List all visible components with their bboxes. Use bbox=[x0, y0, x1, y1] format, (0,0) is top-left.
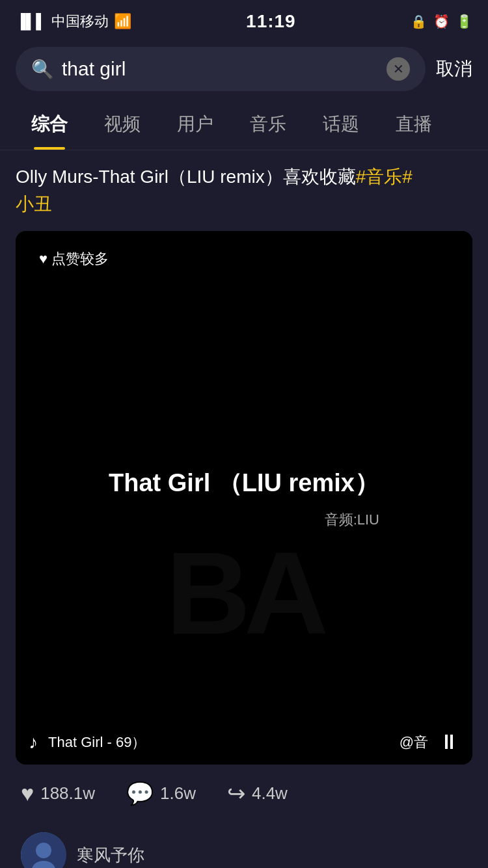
status-bar: ▐▌▌ 中国移动 📶 11:19 🔒 ⏰ 🔋 bbox=[0, 0, 488, 39]
video-card[interactable]: BA ♥ 点赞较多 That Girl （LIU remix） 音频:LIU ♪… bbox=[16, 231, 472, 765]
hot-badge: ♥ 点赞较多 bbox=[29, 244, 119, 274]
lock-icon: 🔒 bbox=[411, 14, 427, 29]
video-title-overlay: That Girl （LIU remix） 音频:LIU bbox=[109, 467, 379, 530]
clear-icon: ✕ bbox=[393, 61, 404, 77]
search-bar: 🔍 that girl ✕ 取消 bbox=[0, 39, 488, 99]
user-name: 寒风予你 bbox=[77, 844, 144, 867]
video-main-title: That Girl （LIU remix） bbox=[109, 467, 379, 500]
comment-icon: 💬 bbox=[126, 780, 154, 806]
share-icon: ↪ bbox=[227, 780, 245, 806]
video-audio-credit: 音频:LIU bbox=[109, 510, 379, 530]
search-icon: 🔍 bbox=[31, 59, 54, 80]
tab-live[interactable]: 直播 bbox=[377, 99, 450, 150]
user-row[interactable]: 寒风予你 bbox=[16, 822, 472, 868]
tab-bar: 综合 视频 用户 音乐 话题 直播 bbox=[0, 99, 488, 150]
user-avatar bbox=[21, 832, 66, 868]
result-hashtag1: #音乐# bbox=[356, 167, 413, 187]
battery-icon: 🔋 bbox=[456, 14, 472, 29]
tab-comprehensive[interactable]: 综合 bbox=[13, 99, 86, 150]
share-count[interactable]: ↪ 4.4w bbox=[227, 780, 288, 806]
video-track-text: That Girl - 69） bbox=[48, 733, 389, 752]
like-icon: ♥ bbox=[21, 781, 34, 806]
tab-user[interactable]: 用户 bbox=[159, 99, 232, 150]
alarm-icon: ⏰ bbox=[433, 14, 450, 29]
video-thumbnail: BA ♥ 点赞较多 That Girl （LIU remix） 音频:LIU ♪… bbox=[16, 231, 472, 765]
video-bottom-bar: ♪ That Girl - 69） @音 ⏸ bbox=[16, 720, 472, 765]
heart-icon: ♥ bbox=[39, 251, 47, 267]
tiktok-logo-icon: ♪ bbox=[29, 732, 38, 753]
signal-icon: ▐▌▌ bbox=[16, 13, 46, 30]
pause-icon[interactable]: ⏸ bbox=[439, 730, 459, 754]
svg-point-1 bbox=[36, 843, 51, 858]
comment-number: 1.6w bbox=[160, 783, 196, 804]
tab-topic[interactable]: 话题 bbox=[305, 99, 377, 150]
search-results: Olly Murs-That Girl（LIU remix）喜欢收藏#音乐# 小… bbox=[0, 150, 488, 868]
status-right: 🔒 ⏰ 🔋 bbox=[411, 14, 472, 29]
cancel-button[interactable]: 取消 bbox=[436, 57, 472, 81]
result-title-text: Olly Murs-That Girl（LIU remix）喜欢收藏 bbox=[16, 167, 356, 187]
wifi-icon: 📶 bbox=[114, 13, 131, 30]
share-number: 4.4w bbox=[252, 783, 288, 804]
comment-count[interactable]: 💬 1.6w bbox=[126, 780, 196, 806]
result-title: Olly Murs-That Girl（LIU remix）喜欢收藏#音乐# 小… bbox=[16, 163, 472, 218]
search-input-wrap[interactable]: 🔍 that girl ✕ bbox=[16, 47, 426, 91]
carrier-name: 中国移动 bbox=[51, 12, 109, 31]
status-time: 11:19 bbox=[246, 11, 296, 32]
like-number: 188.1w bbox=[40, 783, 95, 804]
result-hashtag2: 小丑 bbox=[16, 194, 52, 214]
tab-video[interactable]: 视频 bbox=[86, 99, 159, 150]
status-left: ▐▌▌ 中国移动 📶 bbox=[16, 12, 131, 31]
video-bg-decoration: BA bbox=[16, 526, 472, 660]
search-clear-button[interactable]: ✕ bbox=[386, 57, 410, 81]
like-count[interactable]: ♥ 188.1w bbox=[21, 781, 95, 806]
tab-music[interactable]: 音乐 bbox=[232, 99, 305, 150]
engagement-bar: ♥ 188.1w 💬 1.6w ↪ 4.4w bbox=[16, 765, 472, 822]
hot-badge-text: 点赞较多 bbox=[51, 249, 109, 269]
video-at-text: @音 bbox=[400, 733, 428, 752]
search-query-text: that girl bbox=[62, 58, 379, 80]
